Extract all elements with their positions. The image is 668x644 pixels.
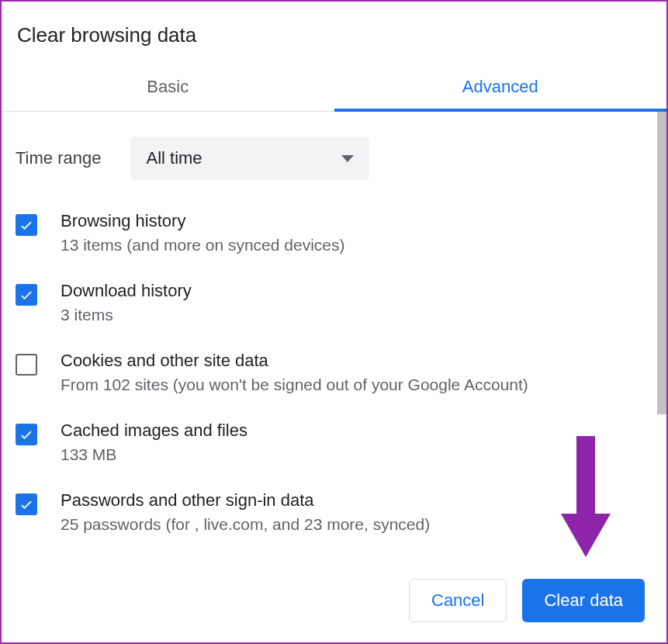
- dialog-title: Clear browsing data: [2, 2, 666, 66]
- dialog-footer: Cancel Clear data: [2, 561, 666, 642]
- time-range-value: All time: [146, 148, 202, 168]
- list-item: Passwords and other sign-in data25 passw…: [16, 490, 652, 534]
- tab-advanced[interactable]: Advanced: [334, 66, 667, 111]
- cancel-button[interactable]: Cancel: [409, 579, 507, 622]
- time-range-select[interactable]: All time: [130, 137, 369, 180]
- item-subtitle: 3 items: [61, 306, 652, 324]
- list-item: Cached images and files133 MB: [16, 421, 652, 464]
- scrollbar[interactable]: [657, 112, 666, 414]
- item-title: Passwords and other sign-in data: [61, 490, 652, 511]
- item-title: Cookies and other site data: [61, 351, 652, 371]
- list-item: Browsing history13 items (and more on sy…: [16, 211, 652, 254]
- list-item: Download history3 items: [16, 281, 652, 324]
- checkbox[interactable]: [16, 284, 37, 306]
- tab-basic[interactable]: Basic: [2, 66, 334, 111]
- checkbox[interactable]: [16, 354, 37, 376]
- scroll-area: Time range All time Browsing history13 i…: [2, 112, 666, 561]
- list-item: Cookies and other site dataFrom 102 site…: [16, 351, 652, 394]
- item-subtitle: 25 passwords (for , live.com, and 23 mor…: [61, 515, 652, 534]
- list-item: Autofill form data: [16, 560, 652, 561]
- clear-data-button[interactable]: Clear data: [522, 579, 645, 622]
- time-range-label: Time range: [16, 148, 101, 168]
- checkbox[interactable]: [16, 214, 37, 236]
- chevron-down-icon: [341, 155, 354, 162]
- tab-bar: Basic Advanced: [2, 66, 666, 112]
- checkbox[interactable]: [16, 424, 37, 445]
- checkbox[interactable]: [16, 493, 37, 515]
- item-title: Download history: [61, 281, 652, 301]
- item-subtitle: From 102 sites (you won't be signed out …: [61, 376, 652, 394]
- item-subtitle: 133 MB: [61, 445, 652, 464]
- item-subtitle: 13 items (and more on synced devices): [61, 236, 652, 254]
- item-title: Browsing history: [61, 211, 652, 231]
- item-title: Cached images and files: [61, 421, 652, 441]
- item-title: Autofill form data: [61, 560, 652, 561]
